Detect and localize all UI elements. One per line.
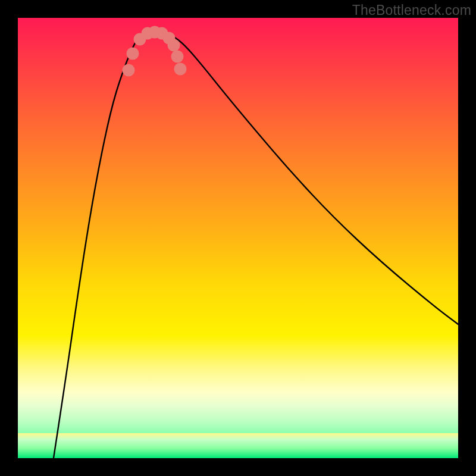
bottleneck-curve	[54, 30, 458, 459]
highlight-dot	[171, 51, 184, 63]
highlight-dot	[168, 39, 180, 52]
highlight-dots-group	[123, 26, 187, 77]
bottleneck-chart-svg	[18, 18, 458, 458]
highlight-dot	[127, 48, 139, 60]
highlight-dot	[123, 64, 135, 77]
highlight-dot	[174, 63, 187, 76]
chart-frame: TheBottleneck.com	[0, 0, 476, 476]
watermark-text: TheBottleneck.com	[352, 2, 471, 18]
